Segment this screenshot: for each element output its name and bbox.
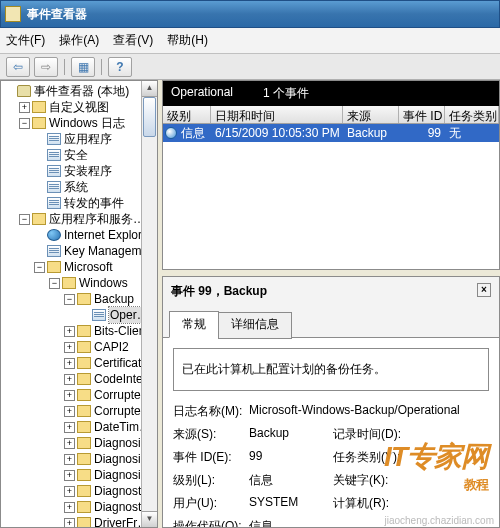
log-icon (47, 133, 61, 145)
lbl-source: 来源(S): (173, 426, 245, 443)
tree-item[interactable]: +CertificateSe (1, 355, 157, 371)
forward-button[interactable] (34, 57, 58, 77)
folder-icon (77, 469, 91, 481)
menu-view[interactable]: 查看(V) (113, 32, 153, 49)
titlebar: 事件查看器 (0, 0, 500, 28)
folder-icon (17, 85, 31, 97)
tree-item[interactable]: +DriverFramewo (1, 515, 157, 528)
close-button[interactable]: × (477, 283, 491, 297)
log-icon (47, 165, 61, 177)
back-button[interactable] (6, 57, 30, 77)
val-source: Backup (249, 426, 329, 443)
workspace: 事件查看器 (本地) +自定义视图 −Windows 日志 应用程序 安全 安装… (0, 80, 500, 528)
window-title: 事件查看器 (27, 6, 87, 23)
app-icon (5, 6, 21, 22)
tree-item[interactable]: +Diagnostics-P (1, 499, 157, 515)
tree-ie[interactable]: Internet Explorer (1, 227, 157, 243)
log-icon (47, 197, 61, 209)
lbl-task: 任务类别(Y): (333, 449, 405, 466)
tree-log-system[interactable]: 系统 (1, 179, 157, 195)
row-task: 无 (445, 125, 499, 142)
tree-item[interactable]: +CorruptedFile (1, 387, 157, 403)
menubar: 文件(F) 操作(A) 查看(V) 帮助(H) (0, 28, 500, 54)
tree-windows-logs[interactable]: −Windows 日志 (1, 115, 157, 131)
tree-item[interactable]: +CorruptedFile (1, 403, 157, 419)
menu-action[interactable]: 操作(A) (59, 32, 99, 49)
folder-icon (32, 213, 46, 225)
tree-item[interactable]: +Diagnostics-N (1, 483, 157, 499)
val-task (409, 449, 489, 466)
folder-icon (77, 341, 91, 353)
col-task[interactable]: 任务类别 (445, 106, 499, 123)
help-button[interactable] (108, 57, 132, 77)
val-user: SYSTEM (249, 495, 329, 512)
tab-general[interactable]: 常规 (169, 311, 219, 338)
tree-backup[interactable]: −Backup (1, 291, 157, 307)
show-hide-tree-button[interactable] (71, 57, 95, 77)
log-icon (92, 309, 106, 321)
tree-log-security[interactable]: 安全 (1, 147, 157, 163)
tree-kms[interactable]: Key Management Serv (1, 243, 157, 259)
right-panel: Operational 1 个事件 级别 日期和时间 来源 事件 ID 任务类别… (158, 80, 500, 528)
detail-pane: 事件 99，Backup × 常规 详细信息 已在此计算机上配置计划的备份任务。… (162, 276, 500, 528)
row-id: 99 (399, 126, 445, 140)
log-icon (47, 245, 61, 257)
col-level[interactable]: 级别 (163, 106, 211, 123)
event-row[interactable]: 信息 6/15/2009 10:05:30 PM Backup 99 无 (163, 124, 499, 142)
folder-icon (77, 389, 91, 401)
lbl-logged: 记录时间(D): (333, 426, 405, 443)
tab-content-general: 已在此计算机上配置计划的备份任务。 日志名称(M): Microsoft-Win… (163, 337, 499, 527)
tree-custom-views[interactable]: +自定义视图 (1, 99, 157, 115)
tree-operational[interactable]: Operational (1, 307, 157, 323)
column-headers: 级别 日期和时间 来源 事件 ID 任务类别 (163, 106, 499, 124)
toolbar (0, 54, 500, 80)
row-level: 信息 (177, 125, 211, 142)
tree-log-setup[interactable]: 安装程序 (1, 163, 157, 179)
val-keywords (409, 472, 489, 489)
tab-details[interactable]: 详细信息 (218, 312, 292, 339)
scroll-up-button[interactable]: ▲ (142, 81, 157, 97)
tree[interactable]: 事件查看器 (本地) +自定义视图 −Windows 日志 应用程序 安全 安装… (1, 81, 157, 528)
lbl-keywords: 关键字(K): (333, 472, 405, 489)
folder-icon (77, 325, 91, 337)
log-icon (47, 149, 61, 161)
val-level: 信息 (249, 472, 329, 489)
val-logname: Microsoft-Windows-Backup/Operational (249, 403, 489, 420)
tree-scrollbar[interactable]: ▲ ▼ (141, 81, 157, 527)
list-header: Operational 1 个事件 (163, 81, 499, 106)
scroll-down-button[interactable]: ▼ (142, 511, 157, 527)
tree-item[interactable]: +Bits-Client (1, 323, 157, 339)
globe-icon (47, 229, 61, 241)
tree-root[interactable]: 事件查看器 (本地) (1, 83, 157, 99)
tree-apps-services-logs[interactable]: −应用程序和服务日志 (1, 211, 157, 227)
detail-title-bar: 事件 99，Backup × (163, 277, 499, 310)
tree-item[interactable]: +Diagnosis-PLA (1, 467, 157, 483)
folder-icon (77, 293, 91, 305)
tree-item[interactable]: +DateTimeContr (1, 419, 157, 435)
detail-title: 事件 99，Backup (171, 283, 267, 300)
scroll-thumb[interactable] (143, 97, 156, 137)
menu-help[interactable]: 帮助(H) (167, 32, 208, 49)
menu-file[interactable]: 文件(F) (6, 32, 45, 49)
col-source[interactable]: 来源 (343, 106, 399, 123)
col-date[interactable]: 日期和时间 (211, 106, 343, 123)
folder-icon (32, 117, 46, 129)
lbl-logname: 日志名称(M): (173, 403, 245, 420)
tree-microsoft[interactable]: −Microsoft (1, 259, 157, 275)
tree-item[interactable]: +Diagnosis-DPS (1, 435, 157, 451)
tree-item[interactable]: +CodeIntegrity (1, 371, 157, 387)
lbl-opcode: 操作代码(O): (173, 518, 245, 527)
toolbar-sep (101, 59, 102, 75)
lbl-level: 级别(L): (173, 472, 245, 489)
folder-icon (77, 421, 91, 433)
tree-log-forwarded[interactable]: 转发的事件 (1, 195, 157, 211)
list-header-name: Operational (171, 85, 233, 102)
event-list: Operational 1 个事件 级别 日期和时间 来源 事件 ID 任务类别… (162, 80, 500, 270)
tree-log-application[interactable]: 应用程序 (1, 131, 157, 147)
tree-item[interactable]: +CAPI2 (1, 339, 157, 355)
tree-ms-windows[interactable]: −Windows (1, 275, 157, 291)
folder-icon (77, 437, 91, 449)
tree-item[interactable]: +Diagnosis-MSD (1, 451, 157, 467)
log-icon (47, 181, 61, 193)
col-id[interactable]: 事件 ID (399, 106, 445, 123)
